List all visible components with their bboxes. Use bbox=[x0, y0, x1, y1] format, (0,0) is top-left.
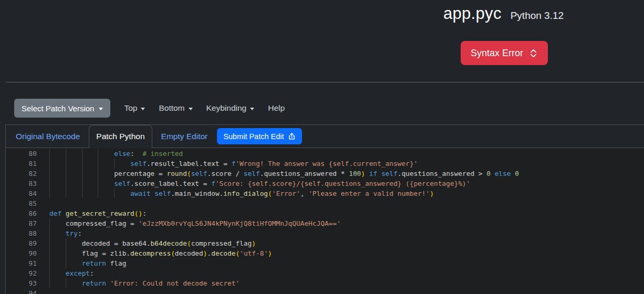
indent-guide bbox=[66, 248, 82, 258]
header-title-row: app.pyc Python 3.12 bbox=[443, 4, 564, 23]
indent-guide bbox=[49, 278, 66, 288]
line-number: 86 bbox=[6, 208, 37, 218]
code-line[interactable]: 84await self.main_window.info_dialog('Er… bbox=[6, 188, 644, 198]
indent-guide bbox=[49, 238, 66, 248]
tab-empty-editor[interactable]: Empty Editor bbox=[152, 125, 217, 148]
indent-guide bbox=[82, 149, 98, 159]
code-text: percentage = round(self.score / self.que… bbox=[49, 169, 519, 178]
caret-down-icon bbox=[250, 108, 254, 110]
indent-guide bbox=[66, 169, 82, 178]
line-number: 81 bbox=[6, 159, 37, 169]
tab-patch-python[interactable]: Patch Python bbox=[89, 125, 152, 148]
upload-icon bbox=[288, 132, 296, 140]
line-number: 90 bbox=[6, 248, 37, 258]
toolbar: Select Patch Version Top Bottom Keybindi… bbox=[14, 99, 285, 118]
indent-guide bbox=[49, 149, 66, 159]
code-line[interactable]: 91return flag bbox=[6, 258, 644, 268]
indent-guide bbox=[66, 159, 82, 169]
indent-guide bbox=[114, 159, 130, 169]
code-text: decoded = base64.b64decode(compressed_fl… bbox=[49, 238, 256, 248]
menu-item-help[interactable]: Help bbox=[268, 103, 285, 113]
line-number: 85 bbox=[6, 198, 37, 208]
select-patch-version-label: Select Patch Version bbox=[22, 104, 94, 113]
page-root: app.pyc Python 3.12 Syntax Error Select … bbox=[0, 0, 644, 294]
indent-guide bbox=[98, 159, 114, 169]
code-line[interactable]: 85 bbox=[6, 198, 644, 208]
line-number: 88 bbox=[6, 228, 37, 238]
code-line[interactable]: 86def get_secret_reward(): bbox=[6, 208, 644, 218]
caret-down-icon bbox=[189, 108, 193, 110]
code-text: except: bbox=[49, 268, 94, 278]
code-text: self.result_label.text = f'Wrong! The an… bbox=[49, 159, 418, 169]
code-text: def get_secret_reward(): bbox=[49, 208, 147, 218]
line-number: 82 bbox=[6, 169, 37, 178]
line-number: 92 bbox=[6, 268, 37, 278]
syntax-error-button[interactable]: Syntax Error bbox=[461, 41, 548, 65]
indent-guide bbox=[66, 278, 82, 288]
line-number: 89 bbox=[6, 238, 37, 248]
code-text: flag = zlib.decompress(decoded).decode('… bbox=[49, 248, 272, 258]
indent-guide bbox=[98, 169, 114, 178]
menu-item-bottom[interactable]: Bottom bbox=[159, 103, 192, 113]
indent-guide bbox=[66, 258, 82, 268]
indent-guide bbox=[49, 268, 66, 278]
chevron-expand-icon bbox=[529, 49, 538, 58]
python-version-label: Python 3.12 bbox=[511, 10, 564, 22]
line-number: 83 bbox=[6, 178, 37, 188]
indent-guide bbox=[66, 149, 82, 159]
line-number: 87 bbox=[6, 218, 37, 228]
indent-guide bbox=[82, 178, 98, 188]
code-line[interactable]: 92except: bbox=[6, 268, 644, 278]
file-title: app.pyc bbox=[443, 4, 502, 23]
line-number: 84 bbox=[6, 188, 37, 198]
submit-patch-edit-label: Submit Patch Edit bbox=[223, 132, 284, 141]
syntax-error-label: Syntax Error bbox=[471, 48, 523, 59]
line-number: 91 bbox=[6, 258, 37, 268]
indent-guide bbox=[49, 159, 66, 169]
indent-guide bbox=[98, 149, 114, 159]
caret-down-icon bbox=[141, 108, 145, 110]
code-text: else: # inserted bbox=[49, 149, 183, 159]
code-line[interactable]: 93return 'Error: Could not decode secret… bbox=[6, 278, 644, 288]
indent-guide bbox=[49, 218, 66, 228]
code-text: self.score_label.text = f'Score: {self.s… bbox=[49, 178, 470, 188]
tab-original-bytecode[interactable]: Original Bytecode bbox=[7, 125, 89, 148]
code-line[interactable]: 94 bbox=[6, 288, 644, 294]
code-line[interactable]: 90flag = zlib.decompress(decoded).decode… bbox=[6, 248, 644, 258]
code-text: return flag bbox=[49, 258, 126, 268]
indent-guide bbox=[49, 228, 66, 238]
indent-guide bbox=[98, 188, 114, 198]
tab-bar: Original Bytecode Patch Python Empty Edi… bbox=[6, 125, 644, 148]
indent-guide bbox=[66, 188, 82, 198]
indent-guide bbox=[49, 188, 66, 198]
code-line[interactable]: 89decoded = base64.b64decode(compressed_… bbox=[6, 238, 644, 248]
code-line[interactable]: 80else: # inserted bbox=[6, 149, 644, 159]
code-text: try: bbox=[49, 228, 82, 238]
code-line[interactable]: 87compressed_flag = 'eJzzMXb0rvYqLS6JN4k… bbox=[6, 218, 644, 228]
line-number: 93 bbox=[6, 278, 37, 288]
header-divider bbox=[5, 82, 644, 82]
indent-guide bbox=[82, 188, 98, 198]
caret-down-icon bbox=[99, 108, 103, 110]
indent-guide bbox=[49, 258, 66, 268]
select-patch-version-button[interactable]: Select Patch Version bbox=[14, 99, 110, 118]
indent-guide bbox=[82, 169, 98, 178]
code-line[interactable]: 81self.result_label.text = f'Wrong! The … bbox=[6, 159, 644, 169]
indent-guide bbox=[114, 188, 130, 198]
code-line[interactable]: 88try: bbox=[6, 228, 644, 238]
menu-item-top[interactable]: Top bbox=[124, 103, 145, 113]
indent-guide bbox=[49, 178, 66, 188]
submit-patch-edit-button[interactable]: Submit Patch Edit bbox=[217, 128, 302, 144]
indent-guide bbox=[49, 169, 66, 178]
code-editor[interactable]: 80else: # inserted81self.result_label.te… bbox=[6, 148, 644, 294]
indent-guide bbox=[98, 178, 114, 188]
code-text: return 'Error: Could not decode secret' bbox=[49, 278, 240, 288]
code-text: compressed_flag = 'eJzzMXb0rvYqLS6JN4kPN… bbox=[49, 218, 341, 228]
code-text: await self.main_window.info_dialog('Erro… bbox=[49, 188, 434, 198]
editor-card: Original Bytecode Patch Python Empty Edi… bbox=[5, 124, 644, 294]
menu-item-keybinding[interactable]: Keybinding bbox=[206, 103, 255, 113]
code-line[interactable]: 82percentage = round(self.score / self.q… bbox=[6, 169, 644, 178]
indent-guide bbox=[49, 248, 66, 258]
code-line[interactable]: 83self.score_label.text = f'Score: {self… bbox=[6, 178, 644, 188]
indent-guide bbox=[66, 178, 82, 188]
